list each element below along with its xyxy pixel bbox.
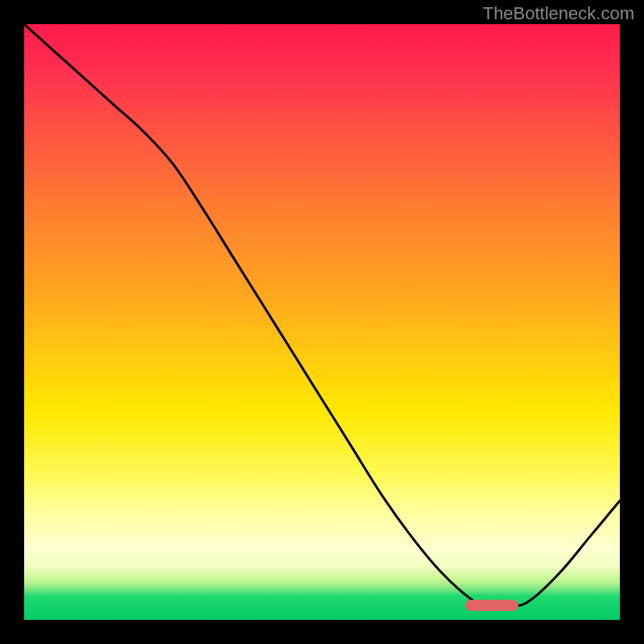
optimal-range-marker: [465, 600, 519, 611]
bottleneck-curve: [24, 24, 620, 620]
watermark-text: TheBottleneck.com: [483, 3, 634, 24]
chart-plot-area: [24, 24, 620, 620]
